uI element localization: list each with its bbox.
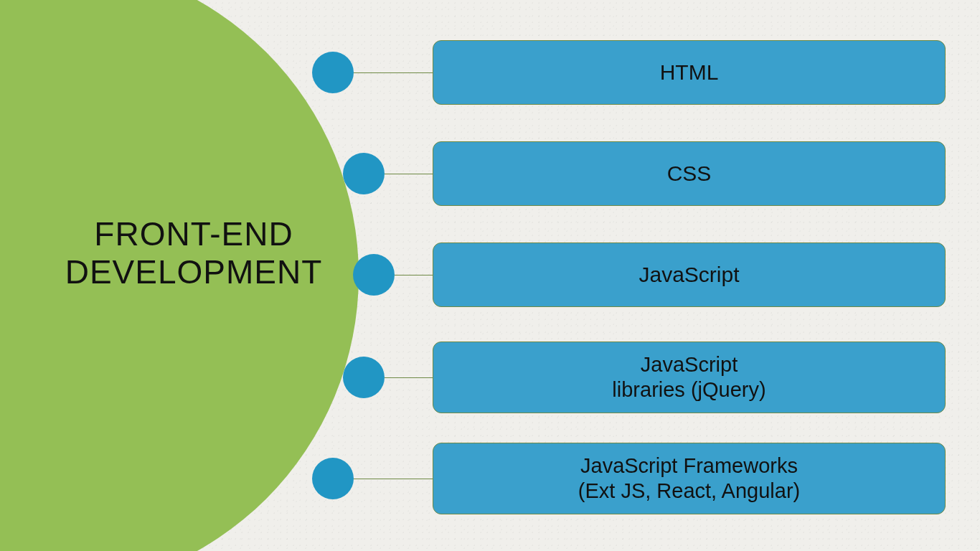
node-dot: [343, 357, 385, 398]
diagram-stage: FRONT-END DEVELOPMENT HTML CSS JavaScrip…: [0, 0, 980, 551]
connector-line: [354, 479, 433, 479]
node-dot: [353, 254, 395, 296]
skill-box-js-frameworks: JavaScript Frameworks(Ext JS, React, Ang…: [433, 443, 946, 514]
skill-box-js: JavaScript: [433, 242, 946, 307]
skill-box-html: HTML: [433, 40, 946, 105]
connector-line: [385, 174, 433, 174]
diagram-title: FRONT-END DEVELOPMENT: [43, 215, 344, 291]
skill-label: JavaScriptlibraries (jQuery): [612, 352, 765, 402]
title-line-1: FRONT-END: [94, 215, 293, 253]
skill-label: JavaScript: [639, 262, 739, 288]
node-dot: [312, 458, 354, 499]
connector-line: [354, 72, 433, 73]
node-dot: [343, 153, 385, 194]
connector-line: [385, 377, 433, 378]
skill-label: HTML: [660, 60, 719, 85]
skill-box-css: CSS: [433, 141, 946, 206]
skill-label: JavaScript Frameworks(Ext JS, React, Ang…: [578, 453, 800, 504]
title-line-2: DEVELOPMENT: [65, 253, 323, 291]
node-dot: [312, 52, 354, 93]
skill-label: CSS: [667, 161, 712, 187]
skill-box-js-libraries: JavaScriptlibraries (jQuery): [433, 342, 946, 413]
connector-line: [395, 275, 433, 276]
